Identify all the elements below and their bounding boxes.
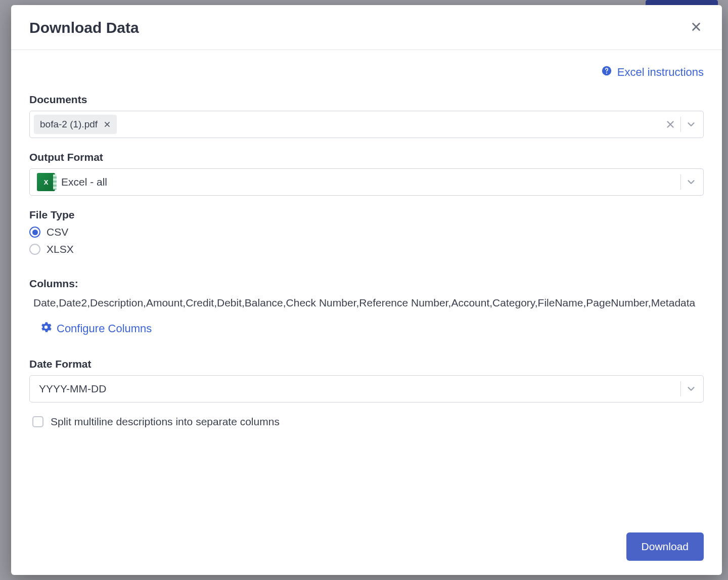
excel-icon: X <box>37 173 55 191</box>
modal-header: Download Data <box>11 5 722 50</box>
documents-select[interactable]: bofa-2 (1).pdf <box>29 111 704 138</box>
output-format-select[interactable]: X Excel - all <box>29 168 704 196</box>
radio-label: XLSX <box>47 243 74 255</box>
file-type-option-xlsx[interactable]: XLSX <box>29 243 704 255</box>
modal-footer: Download <box>11 521 722 575</box>
excel-instructions-link[interactable]: Excel instructions <box>601 65 704 79</box>
chevron-down-icon[interactable] <box>684 382 698 396</box>
question-circle-icon <box>601 65 612 79</box>
output-format-controls <box>680 169 698 195</box>
date-format-label: Date Format <box>29 358 704 370</box>
chevron-down-icon[interactable] <box>684 117 698 131</box>
output-format-value-row: X Excel - all <box>34 173 699 191</box>
configure-columns-label: Configure Columns <box>57 322 152 335</box>
file-type-label: File Type <box>29 209 704 221</box>
svg-point-3 <box>606 72 607 73</box>
close-icon[interactable] <box>689 19 704 36</box>
output-format-value: Excel - all <box>61 176 107 188</box>
excel-instructions-label: Excel instructions <box>617 66 704 79</box>
excel-instructions-row: Excel instructions <box>29 65 704 79</box>
modal-body: Excel instructions Documents bofa-2 (1).… <box>11 50 722 521</box>
remove-chip-icon[interactable] <box>104 121 111 128</box>
document-chip-label: bofa-2 (1).pdf <box>40 119 98 130</box>
split-multiline-checkbox[interactable]: Split multiline descriptions into separa… <box>29 416 704 428</box>
modal-title: Download Data <box>29 19 139 36</box>
date-format-controls <box>680 376 698 402</box>
separator <box>680 117 681 132</box>
file-type-option-csv[interactable]: CSV <box>29 226 704 238</box>
file-type-radio-group: CSV XLSX <box>29 226 704 255</box>
checkbox-icon <box>32 416 43 427</box>
columns-list: Date,Date2,Description,Amount,Credit,Deb… <box>29 295 704 311</box>
configure-columns-link[interactable]: Configure Columns <box>40 322 152 336</box>
clear-all-icon[interactable] <box>663 117 677 131</box>
separator <box>680 174 681 190</box>
radio-label: CSV <box>47 226 68 238</box>
download-button[interactable]: Download <box>626 532 704 561</box>
date-format-select[interactable]: YYYY-MM-DD <box>29 375 704 403</box>
download-data-modal: Download Data Excel instructions Docum <box>11 5 722 575</box>
radio-icon <box>29 227 40 238</box>
radio-icon <box>29 244 40 255</box>
checkbox-label: Split multiline descriptions into separa… <box>51 416 280 428</box>
separator <box>680 381 681 396</box>
gear-icon <box>40 322 52 336</box>
date-format-value: YYYY-MM-DD <box>34 383 106 395</box>
output-format-label: Output Format <box>29 151 704 163</box>
document-chip: bofa-2 (1).pdf <box>34 115 117 134</box>
chevron-down-icon[interactable] <box>684 175 698 189</box>
documents-label: Documents <box>29 94 704 106</box>
documents-select-controls <box>663 111 698 138</box>
columns-label: Columns: <box>29 278 704 290</box>
